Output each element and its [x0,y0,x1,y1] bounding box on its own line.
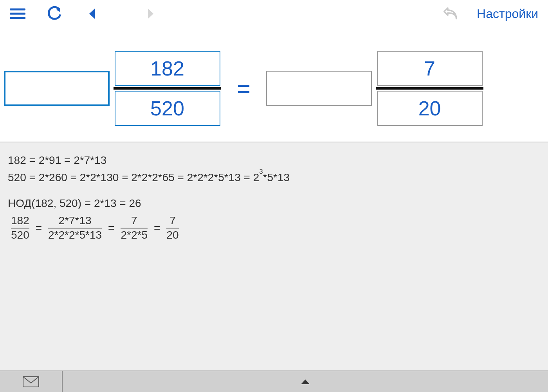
chain-num: 2*7*13 [59,215,92,227]
chain-den: 20 [166,229,178,241]
chain-num: 7 [169,215,176,227]
next-icon[interactable] [143,6,159,22]
spacer [8,187,540,194]
chain-frac: 7 20 [166,215,178,241]
factorization-520-suffix: *5*13 [263,171,290,183]
left-fraction-group: 182 520 [4,51,221,126]
right-denominator-input[interactable]: 20 [377,91,483,126]
factorization-182: 182 = 2*91 = 2*7*13 [8,152,540,169]
left-denominator-input[interactable]: 520 [115,91,220,126]
previous-icon[interactable] [84,6,100,22]
equals-sign: = [237,75,251,102]
chain-den: 520 [11,229,29,241]
fraction-bar [376,87,483,90]
fraction-bar [114,87,221,90]
factorization-520-prefix: 520 = 2*260 = 2*2*130 = 2*2*2*65 = 2*2*2… [8,171,259,183]
left-whole-input[interactable] [4,71,110,106]
reduction-chain: 182 520 = 2*7*13 2*2*2*5*13 = 7 2*2*5 = … [8,215,540,241]
settings-link[interactable]: Настройки [477,7,538,21]
svg-marker-7 [301,379,310,384]
svg-marker-5 [148,9,153,19]
chain-num: 182 [11,215,29,227]
right-whole-input[interactable] [266,71,372,106]
factorization-520: 520 = 2*260 = 2*2*130 = 2*2*2*65 = 2*2*2… [8,169,540,186]
undo-icon[interactable] [443,6,459,22]
svg-marker-4 [89,9,95,19]
eq-small: = [36,220,42,236]
exponent: 3 [259,168,263,175]
eq-small: = [108,220,114,236]
chain-frac: 7 2*2*5 [121,215,148,241]
left-numerator-input[interactable]: 182 [115,51,220,86]
problem-area: 182 520 = 7 20 [0,27,548,142]
explanation-panel: 182 = 2*91 = 2*7*13 520 = 2*260 = 2*2*13… [0,142,548,370]
chain-frac: 2*7*13 2*2*2*5*13 [48,215,102,241]
mail-button[interactable] [0,371,63,392]
footer-bar [0,370,548,392]
chain-den: 2*2*2*5*13 [48,229,102,241]
right-numerator-input[interactable]: 7 [377,51,483,86]
chain-den: 2*2*5 [121,229,148,241]
eq-small: = [154,220,160,236]
toolbar: Настройки [0,0,548,27]
menu-icon[interactable] [10,6,25,22]
chevron-up-icon [300,379,310,385]
mail-icon [22,376,40,388]
right-fraction-group: 7 20 [266,51,483,126]
gcd-line: НОД(182, 520) = 2*13 = 26 [8,195,540,212]
reload-icon[interactable] [47,6,63,22]
expand-tray-button[interactable] [63,371,548,392]
chain-frac: 182 520 [11,215,29,241]
chain-num: 7 [131,215,137,227]
